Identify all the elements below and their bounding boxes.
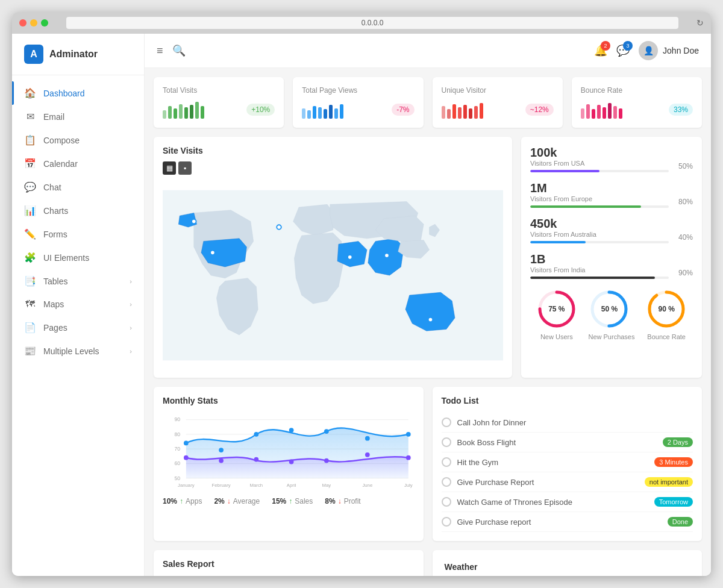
- sidebar-item-forms[interactable]: ✏️ Forms: [12, 222, 144, 246]
- bar: [307, 110, 311, 119]
- todo-checkbox[interactable]: [442, 457, 451, 467]
- stat-badge: +10%: [246, 104, 275, 116]
- bar: [195, 102, 199, 119]
- chat-icon: 💬: [24, 181, 36, 193]
- sidebar-item-label: Forms: [43, 230, 67, 239]
- todo-item: Give Purchase Report not important: [442, 472, 693, 492]
- sidebar-item-maps[interactable]: 🗺 Maps ›: [12, 293, 144, 316]
- svg-point-24: [184, 441, 189, 446]
- message-badge: 3: [623, 41, 633, 51]
- visitor-label: Visitors From Australia: [530, 231, 669, 238]
- todo-checkbox[interactable]: [442, 437, 451, 447]
- stat-row: -7%: [302, 101, 414, 119]
- todo-item: Book Boss Flight 2 Days: [442, 433, 693, 452]
- svg-text:May: May: [322, 483, 331, 488]
- donut-label: Bounce Rate: [645, 333, 687, 340]
- nav-arrow: ›: [130, 348, 132, 355]
- maps-icon: 🗺: [24, 299, 36, 310]
- close-dot[interactable]: [19, 19, 27, 27]
- sidebar-item-pages[interactable]: 📄 Pages ›: [12, 316, 144, 339]
- donut-item: 50 % New Purchases: [588, 288, 634, 340]
- stat-badge: 33%: [669, 104, 693, 116]
- svg-text:April: April: [287, 483, 296, 488]
- sidebar-item-ui-elements[interactable]: 🧩 UI Elements: [12, 246, 144, 269]
- progress-row: Visitors From Europe 80%: [530, 195, 693, 208]
- svg-point-7: [277, 225, 281, 230]
- bar: [480, 103, 483, 119]
- sidebar-item-tables[interactable]: 📑 Tables ›: [12, 269, 144, 293]
- search-icon[interactable]: 🔍: [172, 44, 186, 57]
- notification-bell[interactable]: 🔔 2: [594, 44, 607, 57]
- world-map: [163, 182, 503, 369]
- todo-list: Call John for Dinner Book Boss Flight 2 …: [442, 413, 693, 532]
- map-title: Site Visits: [163, 146, 503, 155]
- user-info[interactable]: 👤 John Doe: [639, 41, 699, 60]
- header-left: ≡ 🔍: [157, 44, 186, 57]
- stat-row: 33%: [581, 101, 693, 119]
- todo-checkbox[interactable]: [442, 497, 451, 507]
- reload-button[interactable]: ↻: [696, 18, 704, 28]
- visitor-percent: 50%: [678, 162, 693, 170]
- sidebar-item-calendar[interactable]: 📅 Calendar: [12, 152, 144, 175]
- stat-badge: -7%: [392, 104, 414, 116]
- nav-arrow: ›: [130, 278, 132, 285]
- bar: [608, 103, 612, 119]
- sidebar-item-label: UI Elements: [43, 253, 89, 263]
- sidebar: A Adminator 🏠 Dashboard ✉ Email 📋 Compos…: [12, 34, 145, 576]
- bar: [179, 104, 183, 119]
- svg-text:90: 90: [174, 417, 180, 423]
- chart-stat-apps: 10% ↑ Apps: [163, 497, 202, 505]
- progress-row: Visitors From USA 50%: [530, 160, 693, 172]
- sales-section: Sales Report November 2017 Sales Report …: [154, 550, 702, 576]
- chart-stat-average: 2% ↓ Average: [214, 497, 260, 505]
- sidebar-item-multiple-levels[interactable]: 📰 Multiple Levels ›: [12, 339, 144, 363]
- menu-icon[interactable]: ≡: [157, 45, 163, 57]
- todo-title: Todo List: [442, 396, 693, 405]
- nav-arrow: ›: [130, 301, 132, 308]
- browser-titlebar: 0.0.0.0 ↻: [12, 12, 711, 34]
- avatar: 👤: [639, 41, 658, 60]
- minimize-dot[interactable]: [30, 19, 37, 27]
- svg-text:February: February: [212, 483, 231, 488]
- bar: [619, 108, 622, 119]
- chart-stat-sales: 15% ↑ Sales: [272, 497, 313, 505]
- browser-url: 0.0.0.0: [66, 17, 678, 29]
- bar: [597, 105, 601, 119]
- sidebar-item-email[interactable]: ✉ Email: [12, 105, 144, 128]
- stats-panel: 100k Visitors From USA 50% 1M Visitors F…: [521, 137, 702, 378]
- progress-bar: [530, 170, 669, 172]
- visitor-percent: 80%: [678, 198, 693, 206]
- todo-checkbox[interactable]: [442, 477, 451, 487]
- donut-label: New Users: [536, 333, 578, 340]
- visitor-value: 100k: [530, 146, 693, 160]
- messages-icon[interactable]: 💬 3: [616, 44, 630, 57]
- todo-badge: 3 Minutes: [654, 457, 693, 467]
- svg-text:80: 80: [174, 431, 180, 437]
- todo-text: Give Purchase report: [457, 518, 531, 527]
- app-name: Adminator: [49, 49, 98, 60]
- todo-checkbox[interactable]: [442, 418, 451, 427]
- visitor-stat: 1B Visitors From India 90%: [530, 252, 693, 279]
- todo-checkbox[interactable]: [442, 517, 451, 527]
- svg-point-30: [406, 432, 411, 437]
- maximize-dot[interactable]: [41, 19, 48, 27]
- sidebar-item-compose[interactable]: 📋 Compose: [12, 128, 144, 152]
- svg-text:July: July: [404, 483, 413, 488]
- todo-text: Call John for Dinner: [457, 418, 527, 427]
- donut-row: 75 % New Users 50 % New Purchases 90 % B…: [530, 288, 693, 340]
- header-right: 🔔 2 💬 3 👤 John Doe: [594, 41, 699, 60]
- map-toggle-grid[interactable]: ▦: [163, 161, 176, 175]
- donut-container: 75 %: [536, 288, 578, 330]
- sidebar-item-dashboard[interactable]: 🏠 Dashboard: [12, 81, 144, 105]
- todo-item: Hit the Gym 3 Minutes: [442, 452, 693, 472]
- bar: [340, 104, 343, 119]
- visitor-stat: 1M Visitors From Europe 80%: [530, 181, 693, 208]
- sidebar-item-chat[interactable]: 💬 Chat: [12, 175, 144, 199]
- sidebar-item-charts[interactable]: 📊 Charts: [12, 199, 144, 222]
- nav-arrow: ›: [130, 324, 132, 331]
- bar: [334, 108, 338, 119]
- map-toggle-dot[interactable]: ▪: [178, 161, 192, 175]
- todo-item: Watch Game of Thrones Episode Tomorrow: [442, 492, 693, 512]
- svg-point-36: [365, 452, 370, 457]
- svg-point-37: [406, 455, 411, 460]
